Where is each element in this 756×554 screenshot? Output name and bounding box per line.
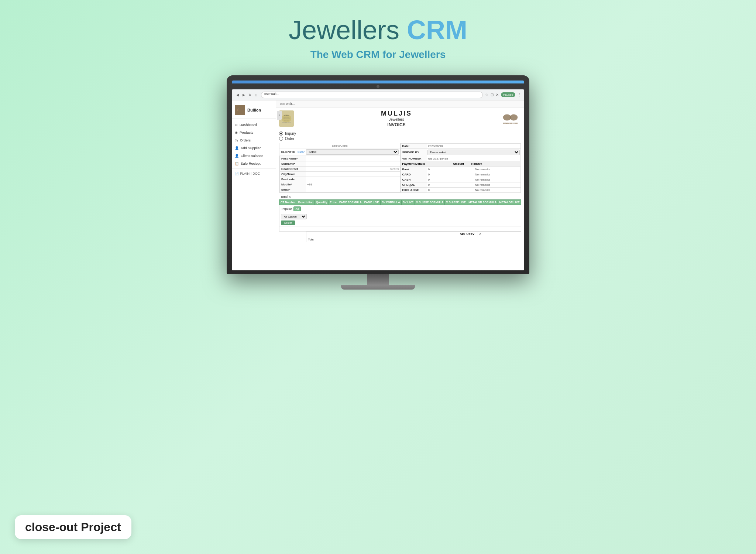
sidebar-item-add-supplier[interactable]: 👤 Add Supplier (232, 144, 276, 152)
svg-point-12 (509, 114, 518, 121)
monitor-top-bar (232, 81, 524, 83)
served-by-label: SERVED BY (401, 149, 427, 156)
confirm-label[interactable]: confirm (389, 167, 400, 171)
first-name-value (306, 156, 400, 161)
surname-row: Surname* (279, 161, 400, 167)
sidebar-item-orders[interactable]: ⅔ Orders (232, 136, 276, 144)
col-ct-number: CT Number (279, 200, 297, 205)
all-option-select[interactable]: All Option (281, 214, 307, 219)
sidebar-logo-image (235, 105, 245, 115)
col-bv-formula: BV FORMULA (380, 200, 401, 205)
home-icon[interactable]: ⊞ (254, 92, 259, 98)
served-by-row: SERVED BY Please select (401, 148, 521, 156)
col-description: Description (297, 200, 315, 205)
page-subtitle: The Web CRM for Jewellers (310, 49, 446, 61)
payment-details-label: Payment Details (401, 161, 451, 166)
sidebar-divider (232, 168, 276, 169)
monitor-stand-neck (367, 274, 389, 285)
bank-remark: No remarks (474, 167, 520, 172)
vat-number-row: VAT NUMBER GB 372718438 (401, 156, 521, 161)
card-amount: 0 (427, 172, 474, 177)
form-section: Select Client CLIENT ID Clear Select (279, 143, 521, 193)
delivery-amount: 0 (478, 232, 521, 237)
back-icon[interactable]: ◀ (235, 92, 240, 98)
all-btn[interactable]: All (293, 206, 301, 211)
browser-menu[interactable]: ⊡ (491, 93, 494, 97)
sidebar-item-client-balance[interactable]: 👤 Client Balance (232, 152, 276, 160)
select-client-label: Select Client (279, 143, 400, 148)
cash-remark: No remarks (474, 177, 520, 182)
company-name: MULJIS (294, 110, 499, 117)
delivery-footer: DELIVERY : 0 Total (279, 232, 521, 242)
monitor: ◀ ▶ ↻ ⊞ ose wait... ☆ ⊡ ✕ Paused ⋮ (227, 75, 529, 290)
star-icon[interactable]: ☆ (485, 93, 488, 97)
radio-group: Inquiry Order (279, 131, 521, 141)
card-remark: No remarks (474, 172, 520, 177)
filter-cell: Popular All (279, 205, 521, 213)
exchange-remark: No remarks (474, 188, 520, 192)
browser-nav: ◀ ▶ ↻ ⊞ (235, 92, 259, 98)
sidebar-logo: Bullion (232, 103, 276, 119)
first-name-label: First Name* (280, 156, 306, 161)
city-town-label: City/Town (280, 172, 306, 177)
sidebar-brand: Bullion (247, 108, 261, 112)
radio-inquiry[interactable]: Inquiry (279, 131, 521, 136)
more-options[interactable]: ⋮ (518, 93, 521, 97)
col-price: Price (329, 200, 338, 205)
date-row: Date: 2023/06/10 (401, 143, 521, 149)
bank-amount: 0 (427, 167, 474, 172)
remark-header: Remark (470, 161, 520, 166)
radio-order[interactable]: Order (279, 137, 521, 141)
total-footer-row: Total (279, 237, 521, 242)
svg-point-2 (237, 109, 238, 112)
closeout-badge[interactable]: close-out Project (15, 515, 131, 539)
order-radio[interactable] (279, 137, 283, 141)
sidebar-item-plain-doc[interactable]: 📄 PLAIN | DOC (232, 170, 276, 177)
cheque-label: CHEQUE (401, 182, 427, 187)
refresh-icon[interactable]: ↻ (247, 92, 252, 98)
empty-row-1 (279, 226, 521, 232)
empty-total-space (279, 237, 306, 242)
date-value: 2023/06/10 (427, 144, 521, 148)
svg-text:JEWELLERS: JEWELLERS (284, 120, 289, 121)
sidebar-products-label: Products (240, 130, 254, 134)
cash-amount: 0 (427, 177, 474, 182)
inquiry-radio[interactable] (279, 131, 283, 136)
served-by-select[interactable]: Please select (427, 150, 520, 155)
orders-icon: ⅔ (235, 138, 238, 142)
products-icon: ◉ (235, 131, 238, 134)
postcode-row: Postcode (279, 177, 400, 182)
cheque-row: CHEQUE 0 No remarks (401, 182, 521, 188)
address-bar[interactable]: ose wait... (261, 92, 483, 98)
product-select-container: All Option Select (281, 214, 519, 225)
bank-row: Bank 0 No remarks (401, 167, 521, 172)
total-footer-label: Total (306, 237, 521, 242)
please-wait-text: ose wait... (280, 102, 295, 106)
products-header-row: CT Number Description Quantity Price PAM… (279, 200, 521, 205)
city-town-row: City/Town (279, 171, 400, 177)
please-wait-banner: ose wait... (276, 100, 524, 107)
sidebar-item-dashboard[interactable]: ⊞ Dashboard (232, 121, 276, 129)
paused-badge: Paused (501, 92, 515, 97)
main-content: ose wait... MEMBER The NATIONAL (276, 100, 524, 270)
products-filter-row: Popular All (279, 205, 521, 213)
svg-point-4 (238, 108, 238, 109)
svg-text:THE MARK OF QUALITY: THE MARK OF QUALITY (282, 122, 291, 123)
sidebar-item-sale-receipt[interactable]: 📋 Sale Reciept (232, 160, 276, 167)
client-select[interactable]: Select (306, 149, 398, 155)
monitor-screen: ◀ ▶ ↻ ⊞ ose wait... ☆ ⊡ ✕ Paused ⋮ (232, 89, 524, 270)
add-supplier-icon: 👤 (235, 146, 239, 150)
select-product-btn[interactable]: Select (281, 220, 295, 225)
company-sub: Jewellers (294, 117, 499, 122)
browser-close[interactable]: ✕ (496, 93, 499, 97)
col-vsuisse-formula: V SUISSE FORMULA (415, 200, 445, 205)
sidebar-item-products[interactable]: ◉ Products (232, 129, 276, 136)
vat-number-value: GB 372718438 (427, 156, 521, 161)
email-row: Email* (279, 187, 400, 192)
forward-icon[interactable]: ▶ (241, 92, 246, 98)
clear-btn[interactable]: Clear (298, 150, 305, 154)
products-table: CT Number Description Quantity Price PAM… (279, 199, 521, 232)
doc-title: INVOICE (294, 122, 499, 127)
browser-chrome: ◀ ▶ ↻ ⊞ ose wait... ☆ ⊡ ✕ Paused ⋮ (232, 89, 524, 100)
sidebar-collapse-btn[interactable]: ‹ (277, 111, 282, 120)
